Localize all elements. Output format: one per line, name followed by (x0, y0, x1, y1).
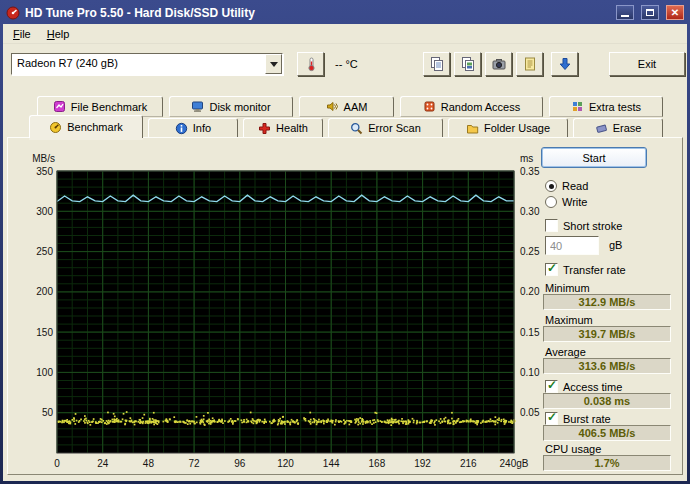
health-cross-icon (258, 122, 271, 135)
app-icon (6, 6, 20, 20)
file-benchmark-icon (53, 100, 66, 113)
copy-text-button[interactable] (423, 52, 450, 76)
tab-random-access[interactable]: Random Access (400, 96, 543, 117)
burst-rate-value: 406.5 MB/s (543, 425, 671, 441)
read-radio[interactable]: Read (545, 180, 588, 192)
menu-help[interactable]: Help (39, 25, 78, 43)
maximize-button[interactable] (641, 5, 659, 20)
svg-text:0.30: 0.30 (520, 206, 540, 217)
svg-text:150: 150 (36, 327, 53, 338)
svg-text:144: 144 (323, 458, 340, 469)
folder-icon (466, 122, 479, 135)
start-button[interactable]: Start (541, 147, 647, 168)
tab-row-2: Benchmark Info Health (29, 115, 663, 138)
svg-text:MB/s: MB/s (32, 153, 55, 164)
svg-text:250: 250 (36, 246, 53, 257)
maximum-label: Maximum (545, 314, 593, 326)
copy-image-button[interactable] (454, 52, 481, 76)
copy-icon (429, 56, 445, 72)
write-radio[interactable]: Write (545, 196, 587, 208)
tab-disk-monitor[interactable]: Disk monitor (169, 96, 293, 117)
tab-error-scan[interactable]: Error Scan (328, 118, 443, 138)
tab-label: Info (193, 122, 211, 134)
cpu-usage-value: 1.7% (543, 455, 671, 471)
minimum-value: 312.9 MB/s (543, 294, 671, 310)
tab-label: Health (276, 122, 308, 134)
write-label: Write (562, 196, 587, 208)
gauge-icon (49, 121, 62, 134)
svg-text:72: 72 (189, 458, 201, 469)
tab-label: Folder Usage (484, 122, 550, 134)
svg-text:50: 50 (42, 407, 54, 418)
tab-aam[interactable]: AAM (299, 96, 394, 117)
transfer-rate-label: Transfer rate (563, 264, 626, 276)
screenshot-button[interactable] (485, 52, 512, 76)
grid-icon (571, 100, 584, 113)
close-button[interactable]: ✕ (666, 5, 684, 20)
exit-button[interactable]: Exit (609, 52, 685, 76)
svg-text:200: 200 (36, 286, 53, 297)
radio-circle-icon (545, 196, 557, 208)
tab-label: Erase (613, 122, 642, 134)
svg-text:0: 0 (54, 458, 60, 469)
eraser-icon (595, 122, 608, 135)
tab-extra-tests[interactable]: Extra tests (549, 96, 663, 117)
access-time-label: Access time (563, 381, 622, 393)
tab-label: Extra tests (589, 101, 641, 113)
burst-rate-checkbox[interactable]: ✓ Burst rate (545, 412, 611, 425)
minimum-label: Minimum (545, 282, 590, 294)
svg-text:0.35: 0.35 (520, 166, 540, 177)
menu-file[interactable]: File (5, 25, 39, 43)
tab-info[interactable]: Info (148, 118, 238, 138)
svg-text:168: 168 (369, 458, 386, 469)
burst-rate-label: Burst rate (563, 413, 611, 425)
save-button[interactable] (551, 52, 578, 76)
checkbox-icon: ✓ (545, 380, 558, 393)
short-stroke-checkbox[interactable]: ✓ Short stroke (545, 219, 622, 232)
temperature-readout: -- °C (335, 58, 358, 70)
drive-select-arrow[interactable] (265, 54, 282, 74)
maximum-value: 319.7 MB/s (543, 326, 671, 342)
svg-text:0.10: 0.10 (520, 367, 540, 378)
checkbox-icon: ✓ (545, 263, 558, 276)
tab-health[interactable]: Health (243, 118, 323, 138)
svg-text:100: 100 (36, 367, 53, 378)
tab-benchmark[interactable]: Benchmark (29, 115, 143, 138)
title-bar: HD Tune Pro 5.50 - Hard Disk/SSD Utility… (3, 2, 687, 23)
tab-erase[interactable]: Erase (573, 118, 663, 138)
tab-file-benchmark[interactable]: File Benchmark (37, 96, 163, 117)
tab-label: Disk monitor (209, 101, 270, 113)
svg-text:96: 96 (234, 458, 246, 469)
svg-text:120: 120 (277, 458, 294, 469)
thermometer-icon (303, 56, 319, 72)
chevron-down-icon (270, 62, 278, 67)
access-time-checkbox[interactable]: ✓ Access time (545, 380, 622, 393)
drive-select-value: Radeon R7 (240 gB) (12, 54, 265, 74)
access-time-value: 0.038 ms (543, 393, 671, 409)
svg-text:350: 350 (36, 166, 53, 177)
svg-text:240gB: 240gB (500, 458, 529, 469)
temperature-button[interactable] (297, 52, 324, 76)
log-button[interactable] (516, 52, 543, 76)
tab-label: File Benchmark (71, 101, 147, 113)
short-stroke-unit: gB (609, 239, 622, 251)
svg-text:24: 24 (97, 458, 109, 469)
drive-select[interactable]: Radeon R7 (240 gB) (11, 53, 283, 75)
copy-image-icon (460, 56, 476, 72)
average-label: Average (545, 346, 586, 358)
short-stroke-size-input[interactable] (545, 236, 599, 255)
tab-label: Error Scan (368, 122, 421, 134)
benchmark-chart: MB/sms501001502002503003500.050.100.150.… (14, 143, 548, 473)
minimize-button[interactable] (616, 5, 634, 20)
svg-text:216: 216 (460, 458, 477, 469)
svg-text:192: 192 (414, 458, 431, 469)
transfer-rate-checkbox[interactable]: ✓ Transfer rate (545, 263, 626, 276)
tab-label: AAM (344, 101, 368, 113)
camera-icon (491, 56, 507, 72)
arrow-down-icon (557, 56, 573, 72)
svg-text:0.15: 0.15 (520, 327, 540, 338)
svg-text:0.20: 0.20 (520, 286, 540, 297)
tab-label: Benchmark (67, 121, 123, 133)
tab-folder-usage[interactable]: Folder Usage (448, 118, 568, 138)
svg-text:300: 300 (36, 206, 53, 217)
